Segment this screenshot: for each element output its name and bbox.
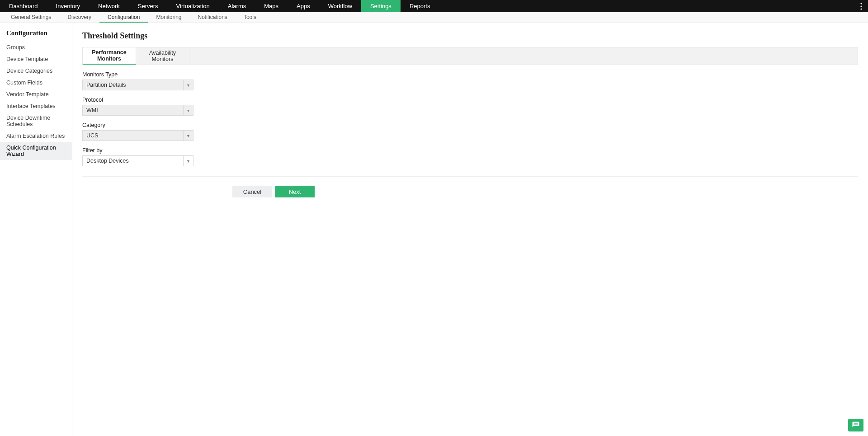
label-protocol: Protocol bbox=[82, 97, 858, 103]
tab-label-line2: Monitors bbox=[83, 56, 136, 62]
page-title: Threshold Settings bbox=[82, 31, 858, 41]
select-filter-by-value: Desktop Devices bbox=[83, 158, 183, 164]
tab-availability-monitors[interactable]: Availability Monitors bbox=[136, 47, 189, 65]
kebab-menu-icon[interactable] bbox=[854, 0, 868, 12]
svg-point-1 bbox=[860, 5, 862, 7]
select-monitors-type[interactable]: Partition Details ▾ bbox=[82, 80, 193, 90]
svg-point-2 bbox=[860, 8, 862, 9]
chat-icon bbox=[852, 421, 860, 429]
subnav-configuration[interactable]: Configuration bbox=[99, 12, 148, 23]
tab-performance-monitors[interactable]: Performance Monitors bbox=[83, 47, 136, 65]
select-protocol[interactable]: WMI ▾ bbox=[82, 105, 193, 116]
form-divider bbox=[82, 176, 858, 177]
subnav-tools[interactable]: Tools bbox=[236, 12, 264, 23]
top-nav: Dashboard Inventory Network Servers Virt… bbox=[0, 0, 868, 12]
sidebar-item-custom-fields[interactable]: Custom Fields bbox=[0, 77, 72, 89]
label-monitors-type: Monitors Type bbox=[82, 71, 858, 78]
nav-dashboard[interactable]: Dashboard bbox=[0, 0, 47, 12]
nav-maps[interactable]: Maps bbox=[255, 0, 288, 12]
sub-nav: General Settings Discovery Configuration… bbox=[0, 12, 868, 23]
nav-inventory[interactable]: Inventory bbox=[47, 0, 89, 12]
sidebar-item-alarm-escalation-rules[interactable]: Alarm Escalation Rules bbox=[0, 130, 72, 142]
sidebar-item-vendor-template[interactable]: Vendor Template bbox=[0, 89, 72, 100]
sidebar: Configuration Groups Device Template Dev… bbox=[0, 23, 72, 436]
button-row: Cancel Next bbox=[82, 186, 858, 197]
tab-label-line1: Availability bbox=[136, 50, 189, 56]
sidebar-item-interface-templates[interactable]: Interface Templates bbox=[0, 100, 72, 112]
sidebar-item-groups[interactable]: Groups bbox=[0, 42, 72, 53]
sidebar-item-quick-configuration-wizard[interactable]: Quick Configuration Wizard bbox=[0, 142, 72, 160]
cancel-button[interactable]: Cancel bbox=[232, 186, 272, 197]
nav-spacer bbox=[439, 0, 854, 12]
select-protocol-value: WMI bbox=[83, 107, 183, 113]
tab-label-line1: Performance bbox=[83, 49, 136, 56]
content-area: Threshold Settings Performance Monitors … bbox=[72, 23, 868, 436]
label-category: Category bbox=[82, 122, 858, 128]
label-filter-by: Filter by bbox=[82, 147, 858, 154]
nav-reports[interactable]: Reports bbox=[401, 0, 439, 12]
sidebar-item-device-downtime-schedules[interactable]: Device Downtime Schedules bbox=[0, 112, 72, 130]
sidebar-item-device-template[interactable]: Device Template bbox=[0, 53, 72, 65]
subnav-notifications[interactable]: Notifications bbox=[190, 12, 236, 23]
next-button[interactable]: Next bbox=[275, 186, 315, 197]
nav-alarms[interactable]: Alarms bbox=[219, 0, 255, 12]
chevron-down-icon: ▾ bbox=[183, 156, 193, 166]
select-category-value: UCS bbox=[83, 132, 183, 139]
subnav-general-settings[interactable]: General Settings bbox=[3, 12, 59, 23]
nav-network[interactable]: Network bbox=[89, 0, 129, 12]
chevron-down-icon: ▾ bbox=[183, 105, 193, 115]
nav-workflow[interactable]: Workflow bbox=[319, 0, 361, 12]
nav-servers[interactable]: Servers bbox=[129, 0, 167, 12]
nav-virtualization[interactable]: Virtualization bbox=[167, 0, 219, 12]
chevron-down-icon: ▾ bbox=[183, 131, 193, 141]
help-chat-button[interactable] bbox=[848, 419, 863, 431]
svg-point-0 bbox=[860, 3, 862, 4]
nav-apps[interactable]: Apps bbox=[288, 0, 319, 12]
select-category[interactable]: UCS ▾ bbox=[82, 130, 193, 141]
chevron-down-icon: ▾ bbox=[183, 80, 193, 90]
subnav-monitoring[interactable]: Monitoring bbox=[148, 12, 189, 23]
tabs-row: Performance Monitors Availability Monito… bbox=[82, 47, 858, 65]
sidebar-title: Configuration bbox=[0, 29, 72, 42]
sidebar-item-device-categories[interactable]: Device Categories bbox=[0, 65, 72, 77]
select-filter-by[interactable]: Desktop Devices ▾ bbox=[82, 155, 193, 166]
form-area: Monitors Type Partition Details ▾ Protoc… bbox=[82, 65, 858, 197]
nav-settings[interactable]: Settings bbox=[361, 0, 401, 12]
subnav-discovery[interactable]: Discovery bbox=[59, 12, 99, 23]
select-monitors-type-value: Partition Details bbox=[83, 82, 183, 88]
tab-label-line2: Monitors bbox=[136, 56, 189, 62]
